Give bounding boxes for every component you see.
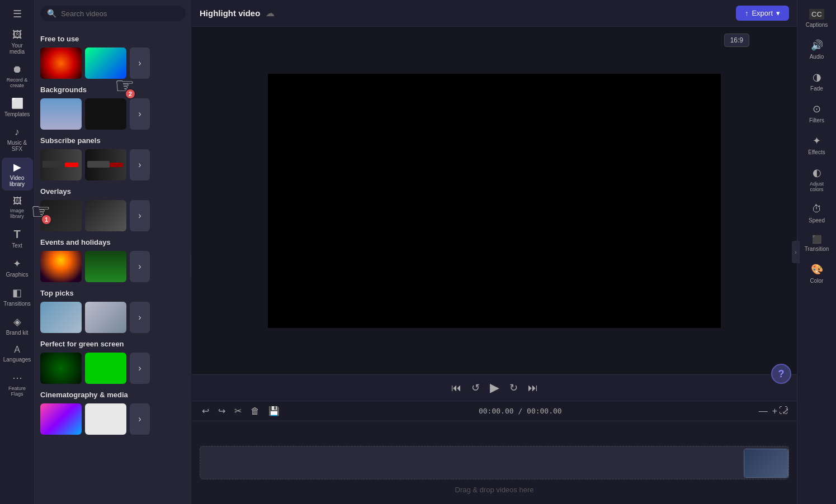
export-button[interactable]: ↑ Export ▾ (736, 6, 789, 21)
right-panel-item-fade[interactable]: ◑ Fade (800, 66, 834, 96)
thumb-top1[interactable] (40, 302, 82, 333)
thumb-green3[interactable] (85, 353, 126, 384)
section-next-backgrounds[interactable]: › (130, 98, 150, 130)
zoom-out-button[interactable]: — (759, 406, 768, 416)
section-label-backgrounds: Backgrounds (40, 85, 186, 94)
thumb-subscribe2[interactable] (85, 149, 126, 180)
thumb-neon[interactable] (85, 47, 126, 79)
timeline-time: 00:00.00 / 00:00.00 (479, 407, 562, 415)
right-panel-item-color[interactable]: 🎨 Color (800, 259, 834, 288)
right-panel-collapse-button[interactable]: › (792, 241, 800, 263)
sidebar-item-transitions[interactable]: ◧ Transitions (2, 283, 33, 310)
section-next-events-holidays[interactable]: › (130, 251, 150, 282)
help-button[interactable]: ? (771, 364, 791, 384)
right-panel-item-speed[interactable]: ⏱ Speed (800, 199, 834, 228)
thumb-sky[interactable] (40, 98, 82, 130)
sidebar-item-brand-kit[interactable]: ◈ Brand kit (2, 312, 33, 339)
section-label-subscribe-panels: Subscribe panels (40, 136, 186, 145)
thumb-cinema2[interactable] (85, 403, 126, 435)
hamburger-menu[interactable]: ☰ (2, 4, 33, 23)
delete-button[interactable]: 🗑 (248, 405, 262, 417)
forward-button[interactable]: ↻ (509, 382, 518, 394)
right-panel-item-adjust-colors[interactable]: ◐ Adjustcolors (800, 162, 834, 197)
fullscreen-button[interactable]: ⛶ (779, 406, 788, 416)
search-icon: 🔍 (47, 9, 56, 18)
thumbnails-row-green-screen: › (40, 353, 186, 384)
drag-drop-text: Drag & drop videos here (455, 486, 534, 494)
thumb-cinema1[interactable] (40, 403, 82, 435)
right-panel-label-filters: Filters (809, 117, 824, 123)
sidebar-item-text[interactable]: T Text (2, 225, 33, 252)
section-next-green-screen[interactable]: › (130, 353, 150, 384)
timeline-clip[interactable] (744, 449, 788, 478)
rewind-button[interactable]: ↺ (471, 382, 480, 394)
thumbnails-row-subscribe-panels: › (40, 149, 186, 180)
audio-icon: 🔊 (811, 39, 823, 51)
right-panel-item-filters[interactable]: ⊙ Filters (800, 98, 834, 128)
sidebar-label-transitions: Transitions (3, 301, 31, 307)
undo-button[interactable]: ↩ (200, 405, 211, 417)
templates-icon: ⬜ (11, 97, 23, 110)
thumb-top2[interactable] (85, 302, 126, 333)
skip-back-button[interactable]: ⏮ (451, 382, 461, 394)
thumb-overlay2[interactable] (85, 200, 126, 231)
image-library-icon: 🖼 (13, 196, 22, 206)
feature-flags-icon: ⋯ (12, 372, 22, 384)
thumb-grass[interactable] (85, 251, 126, 282)
sidebar-item-feature-flags[interactable]: ⋯ FeatureFlags (2, 368, 33, 400)
redo-button[interactable]: ↪ (216, 405, 228, 417)
sidebar-label-feature-flags: FeatureFlags (8, 386, 26, 397)
section-next-cinematography[interactable]: › (130, 403, 150, 435)
thumb-subscribe1[interactable] (40, 149, 82, 180)
sidebar-item-graphics[interactable]: ✦ Graphics (2, 254, 33, 281)
video-library-icon: ▶ (13, 161, 21, 173)
section-next-top-picks[interactable]: › (130, 302, 150, 333)
section-next-overlays[interactable]: › (130, 200, 150, 231)
right-panel-label-color: Color (810, 278, 824, 284)
thumb-fiery[interactable] (40, 47, 82, 79)
thumb-green2[interactable] (40, 353, 82, 384)
export-label: Export (752, 9, 773, 17)
captions-icon: CC (809, 9, 824, 20)
project-title: Highlight video (200, 8, 260, 18)
thumb-dark[interactable] (85, 98, 126, 130)
skip-forward-button[interactable]: ⏭ (528, 382, 538, 394)
right-panel-label-transition: Transition (805, 246, 829, 252)
cut-button[interactable]: ✂ (232, 405, 244, 417)
sidebar-item-languages[interactable]: A Languages (2, 341, 33, 366)
sidebar-label-your-media: Your media (4, 42, 31, 55)
right-panel-item-transition[interactable]: ⬛ Transition (800, 230, 834, 256)
section-label-cinematography: Cinematography & media (40, 391, 186, 399)
thumb-firework[interactable] (40, 251, 82, 282)
sidebar-item-your-media[interactable]: 🖼 Your media (2, 26, 33, 58)
sidebar-item-record-create[interactable]: ⏺ Record &create (2, 60, 33, 92)
timeline-track[interactable] (200, 446, 789, 479)
adjust-colors-icon: ◐ (813, 167, 821, 179)
sidebar-item-video-library[interactable]: ▶ Video library (2, 158, 33, 191)
thumbnails-row-overlays: › (40, 200, 186, 231)
save-button[interactable]: 💾 (266, 405, 282, 417)
sidebar-label-graphics: Graphics (6, 272, 28, 278)
search-input[interactable] (61, 9, 179, 18)
sidebar-item-image-library[interactable]: 🖼 Imagelibrary (2, 193, 33, 222)
sidebar-label-record-create: Record &create (7, 77, 28, 88)
section-next-free-to-use[interactable]: › (130, 47, 150, 79)
section-next-subscribe-panels[interactable]: › (130, 149, 150, 180)
right-panel-item-effects[interactable]: ✦ Effects (800, 130, 834, 160)
preview-area: 16:9 (192, 27, 797, 374)
right-panel-label-audio: Audio (810, 54, 824, 60)
right-panel-item-audio[interactable]: 🔊 Audio (800, 35, 834, 64)
right-panel: › CC Captions 🔊 Audio ◑ Fade ⊙ Filters ✦… (797, 0, 836, 504)
color-icon: 🎨 (811, 263, 823, 275)
play-button[interactable]: ▶ (490, 381, 499, 395)
speed-icon: ⏱ (812, 203, 822, 215)
sidebar-label-music-sfx: Music & SFX (4, 140, 31, 152)
panel-collapse-button[interactable]: ‹ (190, 254, 191, 276)
thumb-overlay1[interactable] (40, 200, 82, 231)
sidebar-item-templates[interactable]: ⬜ Templates (2, 94, 33, 121)
zoom-in-button[interactable]: + (772, 406, 777, 416)
timeline-track-area: Drag & drop videos here (192, 421, 797, 504)
right-panel-item-captions[interactable]: CC Captions (800, 4, 834, 32)
right-panel-label-adjust-colors: Adjustcolors (810, 181, 824, 192)
sidebar-item-music-sfx[interactable]: ♪ Music & SFX (2, 123, 33, 155)
